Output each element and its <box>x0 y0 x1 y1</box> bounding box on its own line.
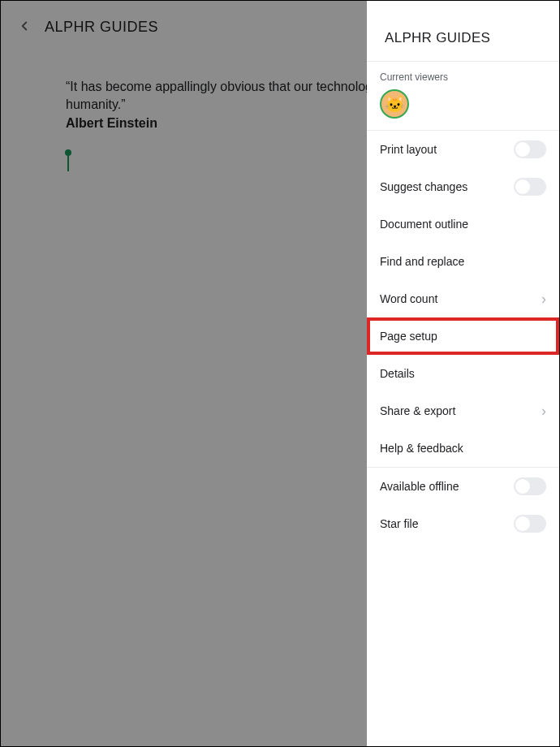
page-setup-label: Page setup <box>380 330 437 343</box>
find-replace-label: Find and replace <box>380 255 464 268</box>
details-label: Details <box>380 367 415 380</box>
share-export-label: Share & export <box>380 404 455 417</box>
panel-header: ALPHR GUIDES <box>367 1 559 62</box>
panel-title: ALPHR GUIDES <box>385 30 543 46</box>
print-layout-item[interactable]: Print layout <box>367 131 559 168</box>
star-file-toggle[interactable] <box>514 515 546 533</box>
find-replace-item[interactable]: Find and replace <box>367 243 559 280</box>
available-offline-label: Available offline <box>380 480 459 493</box>
menu-section-2: Available offline Star file <box>367 468 559 542</box>
viewers-section: Current viewers 🐱 <box>367 62 559 131</box>
avatar[interactable]: 🐱 <box>380 89 409 119</box>
word-count-item[interactable]: Word count › <box>367 280 559 317</box>
menu-section-1: Print layout Suggest changes Document ou… <box>367 131 559 467</box>
star-file-item[interactable]: Star file <box>367 505 559 542</box>
available-offline-toggle[interactable] <box>514 477 546 495</box>
suggest-changes-label: Suggest changes <box>380 180 467 193</box>
suggest-changes-item[interactable]: Suggest changes <box>367 168 559 205</box>
print-layout-label: Print layout <box>380 143 437 156</box>
viewers-label: Current viewers <box>380 71 546 83</box>
word-count-label: Word count <box>380 292 437 305</box>
share-export-item[interactable]: Share & export › <box>367 392 559 430</box>
document-outline-item[interactable]: Document outline <box>367 205 559 243</box>
available-offline-item[interactable]: Available offline <box>367 468 559 505</box>
help-feedback-label: Help & feedback <box>380 442 463 455</box>
avatar-icon: 🐱 <box>385 94 405 114</box>
print-layout-toggle[interactable] <box>514 140 546 158</box>
page-setup-item[interactable]: Page setup <box>367 317 559 355</box>
details-item[interactable]: Details <box>367 355 559 392</box>
document-outline-label: Document outline <box>380 218 468 231</box>
chevron-right-icon: › <box>541 404 546 418</box>
suggest-changes-toggle[interactable] <box>514 178 546 196</box>
options-panel: ALPHR GUIDES Current viewers 🐱 Print lay… <box>367 1 559 746</box>
help-feedback-item[interactable]: Help & feedback <box>367 430 559 467</box>
star-file-label: Star file <box>380 517 418 530</box>
chevron-right-icon: › <box>541 291 546 306</box>
